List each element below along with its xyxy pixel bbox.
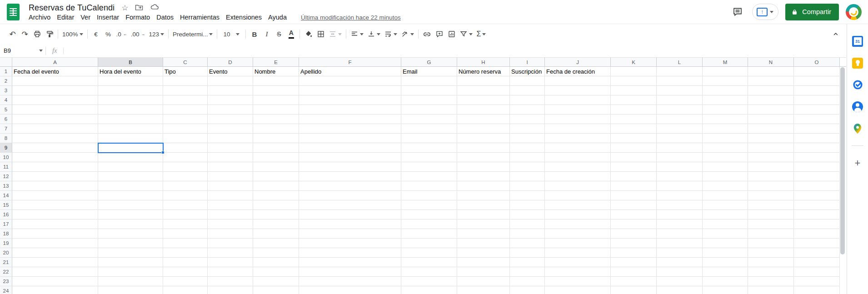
cell-I20[interactable] (510, 248, 545, 258)
cell-B19[interactable] (98, 239, 163, 248)
cell-A2[interactable] (12, 76, 98, 86)
cell-H5[interactable] (457, 105, 510, 115)
cell-J13[interactable] (545, 181, 611, 191)
cell-G8[interactable] (401, 134, 457, 143)
cell-I14[interactable] (510, 191, 545, 200)
print-button[interactable] (31, 27, 43, 41)
cell-H9[interactable] (457, 143, 510, 153)
cell-G14[interactable] (401, 191, 457, 200)
cell-L4[interactable] (657, 95, 703, 105)
cell-J5[interactable] (545, 105, 611, 115)
cell-G12[interactable] (401, 172, 457, 181)
cell-A14[interactable] (12, 191, 98, 200)
menu-item-editar[interactable]: Editar (54, 13, 77, 22)
cell-H23[interactable] (457, 277, 510, 286)
strikethrough-button[interactable]: S (273, 27, 285, 41)
cell-O4[interactable] (794, 95, 840, 105)
cell-D19[interactable] (208, 239, 253, 248)
cell-N10[interactable] (748, 153, 794, 162)
font-select[interactable]: Predetermi... (171, 27, 215, 41)
cell-D12[interactable] (208, 172, 253, 181)
addons-plus-icon[interactable]: + (852, 157, 863, 169)
cell-N21[interactable] (748, 258, 794, 267)
cell-I15[interactable] (510, 200, 545, 210)
cell-J1[interactable]: Fecha de creación (545, 67, 611, 76)
cell-L24[interactable] (657, 286, 703, 294)
cell-I24[interactable] (510, 286, 545, 294)
cell-G10[interactable] (401, 153, 457, 162)
cell-E6[interactable] (253, 115, 299, 124)
cell-N12[interactable] (748, 172, 794, 181)
cell-A21[interactable] (12, 258, 98, 267)
cell-B14[interactable] (98, 191, 163, 200)
cell-O11[interactable] (794, 162, 840, 172)
cell-B20[interactable] (98, 248, 163, 258)
cell-L5[interactable] (657, 105, 703, 115)
currency-format-button[interactable]: € (90, 27, 102, 41)
cell-M15[interactable] (703, 200, 748, 210)
cell-A9[interactable] (12, 143, 98, 153)
cell-M1[interactable] (703, 67, 748, 76)
cell-F14[interactable] (299, 191, 401, 200)
cell-K13[interactable] (611, 181, 657, 191)
document-title[interactable]: Reservas de TuCalendi (29, 3, 115, 13)
bold-button[interactable]: B (248, 27, 260, 41)
comment-history-icon[interactable] (730, 4, 745, 20)
cell-F11[interactable] (299, 162, 401, 172)
cell-M19[interactable] (703, 239, 748, 248)
cell-N8[interactable] (748, 134, 794, 143)
cell-D7[interactable] (208, 124, 253, 134)
cell-K14[interactable] (611, 191, 657, 200)
text-wrap-button[interactable] (382, 27, 399, 41)
cell-O6[interactable] (794, 115, 840, 124)
cell-E7[interactable] (253, 124, 299, 134)
cell-L9[interactable] (657, 143, 703, 153)
row-header-1[interactable]: 1 (0, 67, 12, 76)
column-header-D[interactable]: D (208, 58, 253, 67)
cell-H21[interactable] (457, 258, 510, 267)
star-icon[interactable]: ☆ (121, 4, 128, 12)
cell-K1[interactable] (611, 67, 657, 76)
cell-A10[interactable] (12, 153, 98, 162)
cell-C6[interactable] (163, 115, 208, 124)
cell-G18[interactable] (401, 229, 457, 239)
cell-E2[interactable] (253, 76, 299, 86)
cell-F24[interactable] (299, 286, 401, 294)
cell-F8[interactable] (299, 134, 401, 143)
cell-K22[interactable] (611, 267, 657, 277)
cell-K5[interactable] (611, 105, 657, 115)
cell-C16[interactable] (163, 210, 208, 219)
cell-L13[interactable] (657, 181, 703, 191)
cell-M21[interactable] (703, 258, 748, 267)
decrease-decimals-button[interactable]: .0← (115, 27, 129, 41)
cell-I16[interactable] (510, 210, 545, 219)
cell-B17[interactable] (98, 219, 163, 229)
cell-D13[interactable] (208, 181, 253, 191)
cell-L15[interactable] (657, 200, 703, 210)
cell-E17[interactable] (253, 219, 299, 229)
cell-A7[interactable] (12, 124, 98, 134)
cell-D5[interactable] (208, 105, 253, 115)
menu-item-archivo[interactable]: Archivo (25, 13, 54, 22)
cell-O24[interactable] (794, 286, 840, 294)
cell-B3[interactable] (98, 86, 163, 95)
column-header-B[interactable]: B (98, 58, 163, 67)
cell-D22[interactable] (208, 267, 253, 277)
cell-H22[interactable] (457, 267, 510, 277)
column-header-N[interactable]: N (748, 58, 794, 67)
zoom-select[interactable]: 100% (60, 27, 85, 41)
cell-J4[interactable] (545, 95, 611, 105)
cell-E13[interactable] (253, 181, 299, 191)
cell-L1[interactable] (657, 67, 703, 76)
cell-D18[interactable] (208, 229, 253, 239)
cell-F23[interactable] (299, 277, 401, 286)
cell-K19[interactable] (611, 239, 657, 248)
cell-N7[interactable] (748, 124, 794, 134)
cell-C13[interactable] (163, 181, 208, 191)
cell-B22[interactable] (98, 267, 163, 277)
cell-H1[interactable]: Número reserva (457, 67, 510, 76)
cell-C10[interactable] (163, 153, 208, 162)
cell-I6[interactable] (510, 115, 545, 124)
cell-A13[interactable] (12, 181, 98, 191)
cell-H2[interactable] (457, 76, 510, 86)
